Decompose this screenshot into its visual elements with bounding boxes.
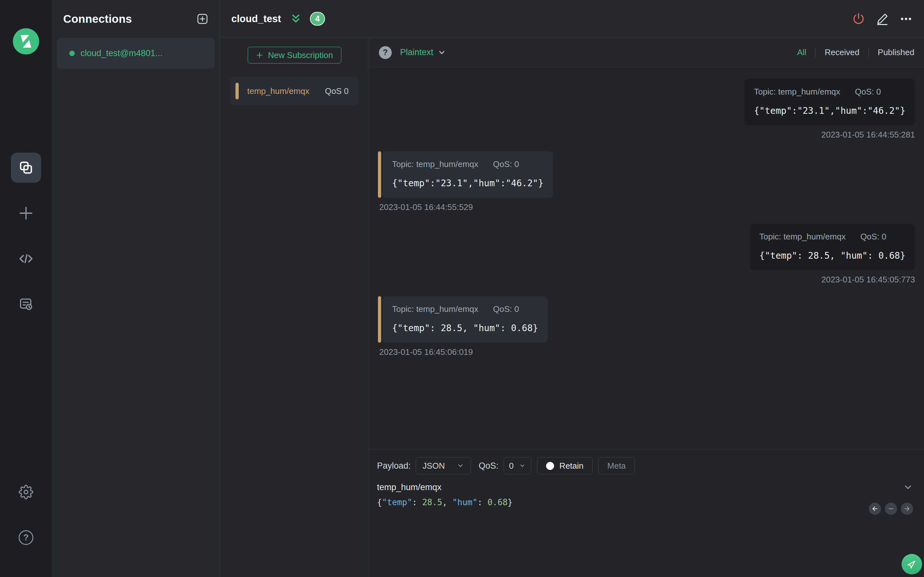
message-qos: QoS: 0 [493, 159, 519, 169]
message-meta: Topic: temp_hum/emqxQoS: 0 [392, 304, 538, 314]
tab-divider [815, 48, 816, 57]
publish-payload-editor[interactable]: {"temp": 28.5, "hum": 0.68} [377, 498, 513, 507]
message-payload: {"temp": 28.5, "hum": 0.68} [392, 323, 538, 334]
send-button[interactable] [901, 554, 922, 574]
help-icon: ? [19, 530, 33, 545]
topic-color-bar [378, 296, 381, 343]
message-qos: QoS: 0 [855, 87, 881, 97]
message-payload: {"temp":"23.1","hum":"46.2"} [392, 178, 543, 189]
connections-title: Connections [63, 13, 132, 25]
qos-dropdown[interactable]: 0 [504, 457, 531, 474]
message-published: Topic: temp_hum/emqxQoS: 0{"temp": 28.5,… [378, 224, 915, 285]
connection-item[interactable]: cloud_test@m4801... [57, 38, 215, 69]
messages-header: ? Plaintext All Received [369, 38, 924, 67]
payload-token-key: "hum" [452, 498, 477, 507]
publish-topic-row: temp_hum/emqx [377, 482, 914, 492]
message-payload: {"temp":"23.1","hum":"46.2"} [754, 105, 905, 116]
connections-icon [18, 160, 34, 176]
add-connection-button[interactable] [196, 13, 209, 25]
message-format-select[interactable]: Plaintext [400, 47, 446, 57]
history-nav [869, 503, 913, 515]
tab-published[interactable]: Published [878, 47, 914, 57]
connections-panel: Connections cloud_test@m4801... [52, 0, 220, 577]
message-bubble-wrap: Topic: temp_hum/emqxQoS: 0{"temp":"23.1"… [378, 151, 553, 198]
collapse-editor-icon[interactable] [903, 482, 913, 492]
edit-connection-button[interactable] [875, 11, 890, 26]
tab-all[interactable]: All [797, 47, 806, 57]
publish-editor-row: {"temp": 28.5, "hum": 0.68} [377, 498, 914, 515]
messages-pane: ? Plaintext All Received [369, 38, 924, 577]
payload-token-number: 28.5 [422, 498, 443, 507]
new-subscription-label: New Subscription [268, 50, 333, 60]
pencil-icon [876, 12, 889, 26]
collapse-subscriptions-icon[interactable] [289, 13, 302, 25]
payload-token-punct: : [412, 498, 422, 507]
message-meta: Topic: temp_hum/emqxQoS: 0 [392, 159, 543, 169]
nav-script[interactable] [11, 243, 41, 274]
qos-value: 0 [509, 461, 514, 471]
message-payload: {"temp": 28.5, "hum": 0.68} [759, 250, 905, 261]
publish-topic-input[interactable]: temp_hum/emqx [377, 482, 441, 492]
rail-bottom: ? [18, 484, 34, 546]
chevron-down-icon [457, 462, 464, 470]
retain-indicator-dot [546, 462, 554, 470]
chevron-down-icon [437, 48, 446, 57]
nav-connections[interactable] [11, 153, 41, 183]
retain-toggle[interactable]: Retain [537, 457, 593, 474]
new-subscription-button[interactable]: New Subscription [248, 47, 341, 63]
message-bubble-wrap: Topic: temp_hum/emqxQoS: 0{"temp":"23.1"… [744, 79, 915, 125]
disconnect-button[interactable] [851, 11, 866, 26]
connections-panel-header: Connections [52, 0, 220, 38]
connection-title: cloud_test [231, 13, 281, 25]
more-options-button[interactable] [899, 11, 913, 26]
retain-label: Retain [559, 461, 583, 471]
nav-settings[interactable] [18, 484, 34, 500]
plus-icon [17, 205, 35, 222]
message-bubble[interactable]: Topic: temp_hum/emqxQoS: 0{"temp":"23.1"… [744, 79, 915, 125]
message-bubble[interactable]: Topic: temp_hum/emqxQoS: 0{"temp": 28.5,… [750, 224, 915, 270]
message-meta: Topic: temp_hum/emqxQoS: 0 [754, 87, 905, 97]
meta-button[interactable]: Meta [598, 457, 635, 474]
subscription-qos: QoS 0 [325, 86, 349, 96]
message-meta: Topic: temp_hum/emqxQoS: 0 [759, 232, 905, 242]
history-prev-button[interactable] [869, 503, 881, 515]
message-timestamp: 2023-01-05 16:44:55:529 [379, 202, 473, 212]
payload-token-key: "temp" [382, 498, 412, 507]
topic-color-bar [378, 151, 381, 198]
payload-format-label: Payload: [377, 461, 411, 471]
gear-icon [19, 485, 33, 500]
history-next-button[interactable] [901, 503, 913, 515]
message-bubble[interactable]: Topic: temp_hum/emqxQoS: 0{"temp": 28.5,… [383, 296, 548, 343]
message-bubble-wrap: Topic: temp_hum/emqxQoS: 0{"temp": 28.5,… [750, 224, 915, 270]
payload-format-help-icon[interactable]: ? [379, 46, 392, 59]
message-received: Topic: temp_hum/emqxQoS: 0{"temp":"23.1"… [378, 151, 915, 212]
payload-token-number: 0.68 [487, 498, 507, 507]
topbar-actions [851, 11, 913, 26]
nav-help[interactable]: ? [18, 530, 34, 546]
main-area: cloud_test 4 [220, 0, 924, 577]
payload-format-value: JSON [423, 461, 445, 471]
nav-new-connection[interactable] [11, 198, 41, 228]
payload-token-punct: : [477, 498, 487, 507]
arrow-left-icon [871, 505, 879, 512]
message-bubble[interactable]: Topic: temp_hum/emqxQoS: 0{"temp":"23.1"… [383, 151, 553, 198]
payload-token-punct: { [377, 498, 382, 507]
log-icon [18, 297, 34, 312]
plus-square-icon [196, 13, 209, 25]
power-icon [852, 12, 865, 26]
subscription-count-badge[interactable]: 4 [310, 12, 325, 26]
message-bubble-wrap: Topic: temp_hum/emqxQoS: 0{"temp": 28.5,… [378, 296, 548, 343]
message-qos: QoS: 0 [861, 232, 887, 242]
message-topic: Topic: temp_hum/emqx [759, 232, 846, 242]
rail-nav [11, 153, 41, 319]
payload-token-punct: } [507, 498, 513, 507]
payload-format-dropdown[interactable]: JSON [416, 457, 471, 474]
connection-status-dot [69, 51, 75, 56]
ellipsis-icon [899, 12, 913, 26]
message-qos: QoS: 0 [493, 304, 519, 314]
message-timestamp: 2023-01-05 16:45:05:773 [821, 275, 915, 285]
subscription-item[interactable]: temp_hum/emqx QoS 0 [231, 77, 359, 105]
nav-log[interactable] [11, 289, 41, 319]
tab-received[interactable]: Received [825, 47, 859, 57]
history-clear-button[interactable] [885, 503, 897, 515]
